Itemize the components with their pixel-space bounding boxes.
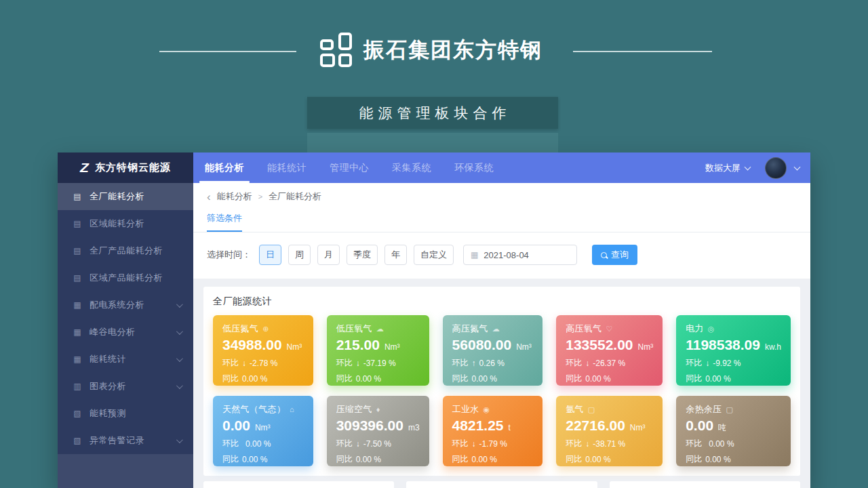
ring-ratio-label: 环比 xyxy=(222,438,239,449)
energy-card: 工业水 ◉ 4821.25 t 环比 ↓ -1.79 % 同比 0.00 % xyxy=(443,396,543,466)
card-value: 0.00 xyxy=(686,418,713,434)
trend-arrow-icon: ↓ xyxy=(242,359,246,368)
ring-ratio-value: 0.26 % xyxy=(479,359,505,368)
nav-tab[interactable]: 能耗分析 xyxy=(193,152,256,183)
menu-icon: ▦ xyxy=(73,327,82,337)
card-value-row: 34988.00 Nm³ xyxy=(222,337,304,353)
card-header: 天然气（气态） ⌂ xyxy=(222,403,304,415)
time-option-button[interactable]: 年 xyxy=(384,245,407,265)
card-unit: kw.h xyxy=(765,342,781,352)
energy-card: 余热余压 ▢ 0.00 吨 环比 0.00 % 同比 0.00 % xyxy=(676,396,791,466)
search-button-label: 查询 xyxy=(611,249,629,261)
sidebar-item-label: 全厂产品能耗分析 xyxy=(90,245,176,257)
time-select-label: 选择时间： xyxy=(207,249,251,261)
menu-icon: ▥ xyxy=(73,382,82,391)
breadcrumb-parent[interactable]: 能耗分析 xyxy=(217,190,252,203)
card-header: 低压氮气 ⊕ xyxy=(222,323,304,335)
header-panel: ‹ 能耗分析 > 全厂能耗分析 筛选条件 选择时间： 日周月季度年自定义 ▦ 2… xyxy=(193,183,810,279)
sidebar-item-label: 能耗预测 xyxy=(90,407,176,420)
ring-ratio-value: -26.37 % xyxy=(593,359,625,368)
nav-tabs: 能耗分析 能耗统计 管理中心 采集系统 环保系统 xyxy=(193,152,505,183)
time-option-button[interactable]: 季度 xyxy=(347,245,378,265)
sidebar-item-label: 异常告警记录 xyxy=(90,434,176,447)
time-option-button[interactable]: 日 xyxy=(259,245,281,265)
section-title: 全厂能源统计 xyxy=(213,296,791,308)
card-header: 氩气 ▢ xyxy=(566,403,653,415)
sidebar-item-label: 全厂能耗分析 xyxy=(90,190,176,203)
year-ratio-label: 同比 xyxy=(222,373,239,384)
card-title: 余热余压 xyxy=(686,403,722,415)
card-value: 56080.00 xyxy=(452,337,512,353)
search-button[interactable]: 查询 xyxy=(592,245,637,265)
year-ratio-value: 0.00 % xyxy=(242,455,267,464)
sidebar-item-label: 图表分析 xyxy=(90,380,176,392)
menu-icon: ▤ xyxy=(73,192,82,201)
energy-card: 压缩空气 ♦ 309396.00 m3 环比 ↓ -7.50 % 同比 0.00… xyxy=(327,396,429,466)
sidebar-item[interactable]: ▧ 能耗预测 xyxy=(58,400,193,427)
sidebar-item[interactable]: ▤ 区域能耗分析 xyxy=(58,210,193,237)
menu-icon: ▧ xyxy=(73,436,82,445)
sidebar-item[interactable]: ▤ 全厂能耗分析 xyxy=(58,183,193,210)
year-ratio-label: 同比 xyxy=(336,373,353,384)
card-value: 34988.00 xyxy=(222,337,282,353)
decor-banner xyxy=(307,133,558,152)
card-title: 低压氧气 xyxy=(336,323,372,335)
date-input[interactable]: ▦ 2021-08-04 xyxy=(463,245,577,265)
card-value: 309396.00 xyxy=(336,418,403,434)
breadcrumb-separator: > xyxy=(258,192,262,201)
menu-icon: ▤ xyxy=(73,219,82,228)
card-header: 高压氮气 ☁ xyxy=(452,323,534,335)
year-ratio-value: 0.00 % xyxy=(356,374,381,384)
time-option-button[interactable]: 自定义 xyxy=(414,245,454,265)
nav-tab[interactable]: 管理中心 xyxy=(318,152,380,183)
ring-ratio-value: 0.00 % xyxy=(709,439,734,449)
page-title: 振石集团东方特钢 xyxy=(363,36,542,64)
year-ratio-label: 同比 xyxy=(566,373,582,384)
ring-ratio-value: -7.50 % xyxy=(363,439,391,449)
energy-type-icon: ▢ xyxy=(588,405,595,414)
card-title: 高压氮气 xyxy=(452,323,488,335)
sidebar-item-label: 峰谷电分析 xyxy=(90,326,176,338)
menu-icon: ▧ xyxy=(73,409,82,418)
year-ratio-value: 0.00 % xyxy=(585,374,610,384)
chevron-down-icon xyxy=(176,382,183,389)
year-ratio-label: 同比 xyxy=(452,373,469,384)
energy-type-icon: ▢ xyxy=(726,405,733,414)
tab-filter-conditions[interactable]: 筛选条件 xyxy=(207,212,242,232)
bottom-panel xyxy=(406,481,597,488)
card-title: 压缩空气 xyxy=(336,403,372,415)
sidebar-logo: Z 东方特钢云能源 xyxy=(58,152,193,183)
nav-tab[interactable]: 环保系统 xyxy=(443,152,505,183)
sidebar-item[interactable]: ▤ 区域产品能耗分析 xyxy=(58,264,193,291)
card-value-row: 22716.00 Nm³ xyxy=(566,418,653,434)
ring-ratio-label: 环比 xyxy=(452,357,469,369)
sidebar-item[interactable]: ▦ 配电系统分析 xyxy=(58,291,193,319)
nav-tab[interactable]: 能耗统计 xyxy=(256,152,318,183)
trend-arrow-icon: ↓ xyxy=(356,439,360,449)
ring-ratio-label: 环比 xyxy=(566,357,582,369)
time-option-button[interactable]: 月 xyxy=(317,245,340,265)
back-arrow-icon[interactable]: ‹ xyxy=(207,191,211,203)
ring-ratio-row: 环比 ↑ 0.26 % xyxy=(452,357,534,369)
sidebar-item[interactable]: ▦ 能耗统计 xyxy=(58,346,193,373)
sidebar-item[interactable]: ▤ 全厂产品能耗分析 xyxy=(58,237,193,264)
sidebar-item[interactable]: ▥ 图表分析 xyxy=(58,373,193,400)
ring-ratio-label: 环比 xyxy=(686,438,702,449)
time-option-button[interactable]: 周 xyxy=(288,245,311,265)
nav-tab-label: 能耗分析 xyxy=(205,162,244,174)
card-header: 压缩空气 ♦ xyxy=(336,403,420,415)
sidebar-item[interactable]: ▦ 峰谷电分析 xyxy=(58,319,193,346)
user-menu-chevron-icon[interactable] xyxy=(794,163,801,170)
energy-type-icon: ◎ xyxy=(708,325,715,333)
sidebar-menu: ▤ 全厂能耗分析 ▤ 区域能耗分析 ▤ 全厂产品能耗分析 ▤ 区域产品能耗分析 … xyxy=(58,183,193,454)
card-value-row: 0.00 吨 xyxy=(686,418,781,434)
user-avatar[interactable] xyxy=(765,157,787,179)
energy-type-icon: ◉ xyxy=(484,405,490,414)
nav-tab-label: 能耗统计 xyxy=(267,162,307,174)
nav-tab[interactable]: 采集系统 xyxy=(380,152,443,183)
sidebar-item[interactable]: ▧ 异常告警记录 xyxy=(58,427,193,454)
year-ratio-row: 同比 0.00 % xyxy=(336,373,420,384)
data-screen-link[interactable]: 数据大屏 xyxy=(705,162,750,174)
blocks-logo-icon xyxy=(320,33,354,68)
ring-ratio-value: -2.78 % xyxy=(250,359,277,368)
